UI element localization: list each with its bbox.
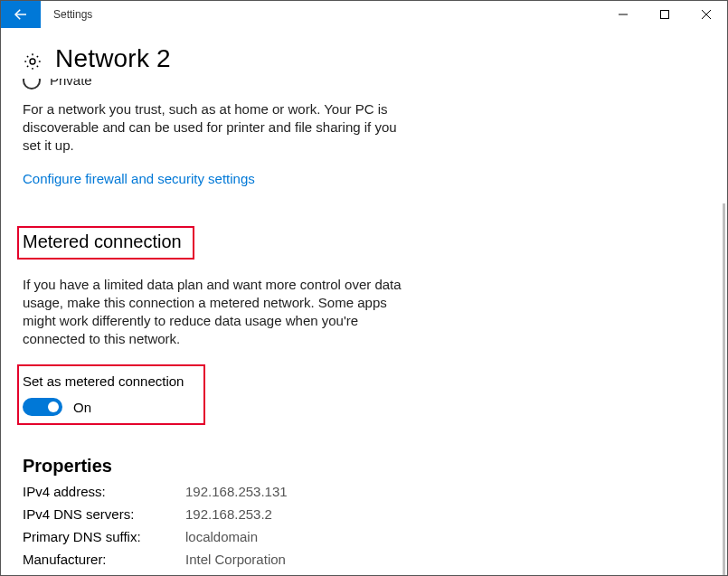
property-label: IPv4 address: [23,484,185,499]
page-header: Network 2 [23,44,705,73]
private-description: For a network you trust, such as at home… [23,100,411,155]
arrow-left-icon [13,6,29,23]
property-row: IPv4 address: 192.168.253.131 [23,484,705,499]
close-button[interactable] [685,1,727,28]
page-title: Network 2 [55,44,171,73]
property-label: Manufacturer: [23,552,185,567]
metered-heading: Metered connection [23,231,182,252]
metered-toggle-row: On [23,398,184,416]
back-button[interactable] [1,1,41,28]
minimize-icon [618,9,629,20]
property-value: localdomain [185,529,258,544]
metered-toggle-state: On [73,400,91,415]
maximize-button[interactable] [644,1,685,28]
scrollbar[interactable] [723,203,725,575]
property-row: Manufacturer: Intel Corporation [23,552,705,567]
titlebar: Settings [1,1,727,28]
metered-toggle[interactable] [23,398,62,416]
svg-rect-2 [661,11,669,19]
gear-icon [23,52,43,71]
property-value: 192.168.253.2 [185,506,272,522]
property-row: IPv4 DNS servers: 192.168.253.2 [23,506,705,522]
radio-icon [23,79,41,90]
property-value: 192.168.253.131 [185,484,288,499]
private-radio-row[interactable]: Private [23,79,705,97]
property-label: Primary DNS suffix: [23,529,185,544]
highlight-metered-heading: Metered connection [17,226,194,260]
firewall-link[interactable]: Configure firewall and security settings [23,171,705,186]
maximize-icon [659,9,670,20]
toggle-knob-icon [48,401,59,412]
metered-description: If you have a limited data plan and want… [23,276,411,348]
private-radio-label: Private [50,79,92,88]
window-controls [602,1,727,28]
close-icon [701,9,712,20]
metered-toggle-label: Set as metered connection [23,373,184,389]
properties-heading: Properties [23,456,705,477]
property-row: Primary DNS suffix: localdomain [23,529,705,544]
property-value: Intel Corporation [185,552,286,567]
minimize-button[interactable] [602,1,644,28]
property-label: IPv4 DNS servers: [23,506,185,522]
window-title: Settings [41,1,602,28]
svg-point-5 [30,59,35,64]
settings-window: Settings Network 2 Private [0,0,728,576]
content-area: Network 2 Private For a network you trus… [1,28,727,575]
highlight-metered-toggle: Set as metered connection On [17,364,205,425]
